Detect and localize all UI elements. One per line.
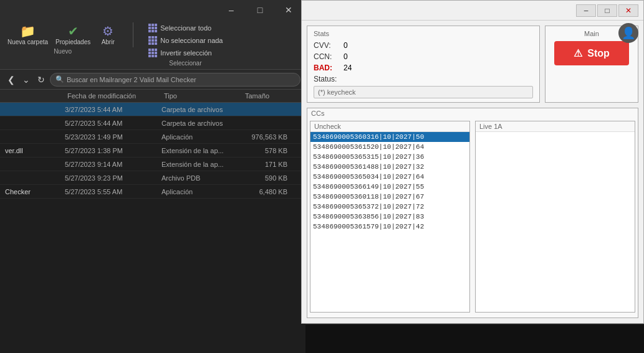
seleccionar-todo-label: Seleccionar todo (160, 24, 211, 32)
nav-back-button[interactable]: ❮ (5, 73, 17, 86)
live1a-list[interactable] (476, 132, 635, 312)
col-name-header[interactable] (0, 91, 62, 101)
uncheck-header: Uncheck (310, 121, 469, 132)
file-date: 5/27/2023 5:55 AM (62, 188, 159, 195)
list-item[interactable]: 5348690005361520|10|2027|64 (310, 142, 469, 152)
table-row[interactable]: 5/27/2023 9:23 PM Archivo PDB 590 KB (0, 171, 305, 185)
explorer-window: – □ ✕ 📁 Nueva carpeta ✔ Propiedades ⚙ Ab… (0, 0, 305, 353)
cvv-row: CVV: 0 (314, 41, 533, 50)
list-item[interactable]: 5348690005361488|10|2027|32 (310, 162, 469, 172)
file-size: 6,480 KB (240, 188, 290, 195)
nuevo-group-label: Nuevo (54, 48, 72, 55)
search-icon: 🔍 (55, 75, 64, 83)
search-box[interactable]: 🔍 Buscar en Mailranger 2 Valid Mail Chec… (50, 73, 300, 87)
checker-window: – □ ✕ 👤 Stats CVV: 0 CCN: 0 BAD: (301, 0, 644, 324)
bad-value: 24 (344, 64, 352, 72)
propiedades-button[interactable]: ✔ Propiedades (53, 22, 93, 47)
bad-row: BAD: 24 (314, 64, 533, 72)
live1a-group: Live 1A (475, 121, 635, 313)
invertir-button[interactable]: Invertir selección (146, 47, 224, 59)
search-placeholder: Buscar en Mailranger 2 Valid Mail Checke… (67, 76, 196, 83)
propiedades-label: Propiedades (55, 39, 90, 45)
file-size: 578 KB (240, 147, 290, 154)
file-type: Aplicación (159, 188, 240, 195)
list-item[interactable]: 5348690005360118|10|2027|67 (310, 192, 469, 202)
close-button[interactable]: ✕ (274, 0, 303, 20)
file-date: 5/27/2023 9:14 AM (62, 161, 159, 168)
cvv-value: 0 (344, 41, 348, 50)
list-item[interactable]: 5348690005363856|10|2027|83 (310, 212, 469, 222)
list-item[interactable]: 5348690005365372|10|2027|72 (310, 202, 469, 212)
grid-icon-3 (148, 48, 158, 58)
list-item[interactable]: 5348690005365034|10|2027|64 (310, 172, 469, 182)
nueva-carpeta-label: Nueva carpeta (7, 39, 48, 45)
uncheck-list[interactable]: 5348690005360316|10|2027|505348690005361… (310, 132, 469, 312)
ribbon-group-seleccionar: Seleccionar todo No seleccionar nada (146, 22, 224, 67)
seleccionar-todo-button[interactable]: Seleccionar todo (146, 22, 224, 34)
nav-bar: ❮ ⌄ ↻ 🔍 Buscar en Mailranger 2 Valid Mai… (0, 70, 305, 90)
file-size: 976,563 KB (240, 133, 290, 141)
table-row[interactable]: 3/27/2023 5:44 AM Carpeta de archivos (0, 103, 305, 116)
list-item[interactable]: 5348690005361579|10|2027|42 (310, 222, 469, 232)
stop-button[interactable]: ⚠ Stop (554, 41, 629, 65)
ccs-inner: Uncheck 5348690005360316|10|2027|5053486… (307, 118, 638, 315)
table-row[interactable]: 5/23/2023 1:49 PM Aplicación 976,563 KB (0, 130, 305, 144)
checker-content: 👤 Stats CVV: 0 CCN: 0 BAD: 24 Sta (302, 21, 643, 323)
checker-title-buttons: – □ ✕ (576, 4, 638, 17)
ccn-row: CCN: 0 (314, 52, 533, 61)
file-type: Carpeta de archivos (159, 120, 240, 127)
ccn-label: CCN: (314, 52, 339, 61)
bad-label: BAD: (314, 64, 339, 72)
no-seleccionar-button[interactable]: No seleccionar nada (146, 35, 224, 46)
col-type-header[interactable]: Tipo (159, 91, 240, 101)
table-row[interactable]: Checker 5/27/2023 5:55 AM Aplicación 6,4… (0, 185, 305, 199)
table-row[interactable]: 5/27/2023 9:14 AM Extensión de la ap... … (0, 158, 305, 171)
file-type: Extensión de la ap... (159, 161, 240, 168)
ribbon-group-nuevo: 📁 Nueva carpeta ✔ Propiedades ⚙ Abrir Nu… (5, 22, 120, 55)
explorer-titlebar: – □ ✕ (0, 0, 305, 20)
list-item[interactable]: 5348690005365315|10|2027|36 (310, 152, 469, 162)
checker-maximize-button[interactable]: □ (597, 4, 617, 17)
maximize-button[interactable]: □ (246, 0, 274, 20)
checker-minimize-button[interactable]: – (576, 4, 596, 17)
checker-close-button[interactable]: ✕ (618, 4, 638, 17)
ribbon-new-items: 📁 Nueva carpeta ✔ Propiedades ⚙ Abrir (5, 22, 120, 47)
status-input[interactable]: (*) keycheck (314, 86, 533, 98)
nav-refresh-button[interactable]: ↻ (35, 73, 47, 86)
list-item[interactable]: 5348690005366149|10|2027|55 (310, 182, 469, 192)
stop-label: Stop (587, 48, 610, 59)
minimize-button[interactable]: – (217, 0, 246, 20)
bottom-strip (305, 324, 644, 353)
uncheck-group: Uncheck 5348690005360316|10|2027|5053486… (310, 121, 470, 313)
warning-icon: ⚠ (574, 47, 582, 59)
col-size-header[interactable]: Tamaño (240, 91, 290, 101)
file-date: 5/27/2023 1:38 PM (62, 147, 159, 154)
cvv-label: CVV: (314, 41, 339, 50)
status-label: Status: (314, 75, 337, 83)
list-item[interactable]: 5348690005360316|10|2027|50 (310, 132, 469, 142)
file-type: Extensión de la ap... (159, 147, 240, 154)
checker-titlebar: – □ ✕ (302, 1, 643, 21)
nueva-carpeta-button[interactable]: 📁 Nueva carpeta (5, 22, 50, 47)
seleccionar-group-label: Seleccionar (169, 60, 201, 67)
file-date: 5/27/2023 5:44 AM (62, 120, 159, 127)
abrir-button[interactable]: ⚙ Abrir (95, 22, 120, 47)
nav-down-button[interactable]: ⌄ (20, 73, 32, 86)
folder-icon: 📁 (21, 24, 36, 39)
stats-group: Stats CVV: 0 CCN: 0 BAD: 24 Status: (*) … (307, 26, 540, 103)
table-row[interactable]: 5/27/2023 5:44 AM Carpeta de archivos (0, 116, 305, 130)
table-row[interactable]: ver.dll 5/27/2023 1:38 PM Extensión de l… (0, 144, 305, 158)
file-date: 3/27/2023 5:44 AM (62, 106, 159, 113)
file-date: 5/23/2023 1:49 PM (62, 133, 159, 141)
file-type: Aplicación (159, 133, 240, 141)
file-size: 171 KB (240, 161, 290, 168)
col-date-header[interactable]: Fecha de modificación (62, 91, 159, 101)
file-type: Carpeta de archivos (159, 106, 240, 113)
file-list-header: Fecha de modificación Tipo Tamaño (0, 90, 305, 103)
file-date: 5/27/2023 9:23 PM (62, 174, 159, 182)
main-group-label: Main (584, 30, 599, 37)
check-icon: ✔ (65, 24, 80, 39)
file-type: Archivo PDB (159, 174, 240, 182)
stats-group-label: Stats (314, 30, 533, 37)
seleccionar-items: Seleccionar todo No seleccionar nada (146, 22, 224, 59)
